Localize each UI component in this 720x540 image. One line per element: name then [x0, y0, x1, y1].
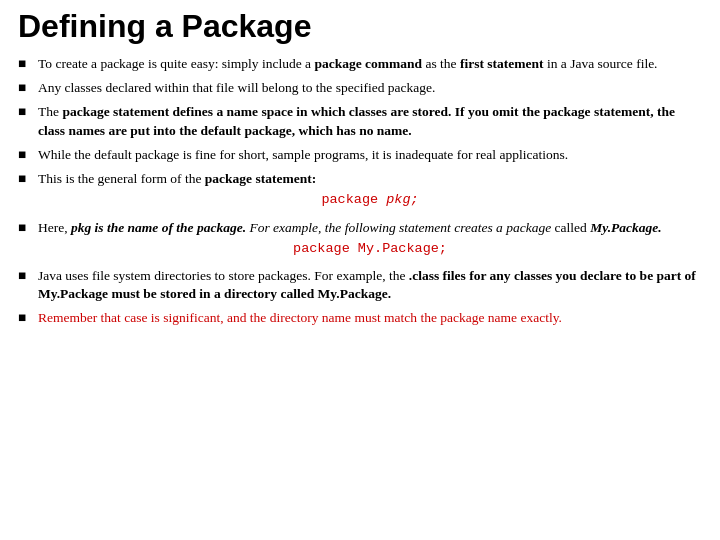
list-item: ■ This is the general form of the packag…: [18, 170, 702, 212]
bullet-content: To create a package is quite easy: simpl…: [38, 55, 702, 73]
list-item: ■ The package statement defines a name s…: [18, 103, 702, 139]
content-list: ■ To create a package is quite easy: sim…: [18, 55, 702, 328]
list-item: ■ Remember that case is significant, and…: [18, 309, 702, 327]
bullet-symbol: ■: [18, 103, 34, 121]
list-item: ■ Any classes declared within that file …: [18, 79, 702, 97]
list-item: ■ Java uses file system directories to s…: [18, 267, 702, 303]
bullet-content: Java uses file system directories to sto…: [38, 267, 702, 303]
bullet-content: The package statement defines a name spa…: [38, 103, 702, 139]
bullet-content: This is the general form of the package …: [38, 170, 702, 212]
list-item: ■ To create a package is quite easy: sim…: [18, 55, 702, 73]
bullet-symbol: ■: [18, 219, 34, 237]
code-block: package pkg;: [38, 191, 702, 209]
code-block: package My.Package;: [38, 240, 702, 258]
bullet-symbol: ■: [18, 79, 34, 97]
bullet-symbol: ■: [18, 55, 34, 73]
bullet-symbol: ■: [18, 170, 34, 188]
bullet-symbol: ■: [18, 146, 34, 164]
list-item: ■ Here, pkg is the name of the package. …: [18, 219, 702, 261]
list-item: ■ While the default package is fine for …: [18, 146, 702, 164]
bullet-symbol: ■: [18, 267, 34, 285]
bullet-content: Remember that case is significant, and t…: [38, 309, 702, 327]
page-container: Defining a Package ■ To create a package…: [0, 0, 720, 540]
bullet-symbol: ■: [18, 309, 34, 327]
bullet-content: Here, pkg is the name of the package. Fo…: [38, 219, 702, 261]
bullet-content: Any classes declared within that file wi…: [38, 79, 702, 97]
bullet-content: While the default package is fine for sh…: [38, 146, 702, 164]
page-title: Defining a Package: [18, 8, 702, 45]
